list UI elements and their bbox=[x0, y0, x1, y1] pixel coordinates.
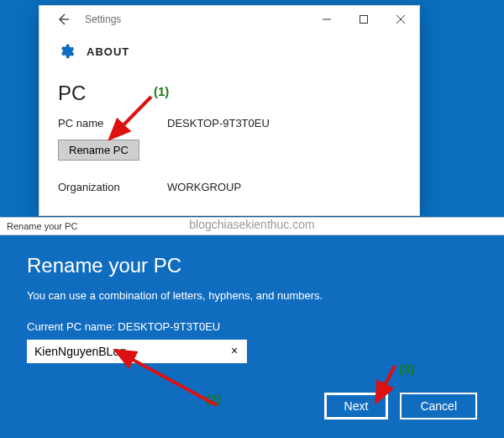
pc-name-label: PC name bbox=[58, 117, 167, 129]
rename-pc-dialog: Rename your PC You can use a combination… bbox=[0, 235, 504, 438]
current-pc-name-label: Current PC name: DESKTOP-9T3T0EU bbox=[27, 320, 477, 333]
close-button[interactable] bbox=[382, 6, 419, 33]
window-title: Settings bbox=[85, 13, 121, 25]
dialog-heading: Rename your PC bbox=[27, 254, 477, 277]
dialog-title-text: Rename your PC bbox=[7, 221, 77, 231]
dialog-footer: Next Cancel bbox=[324, 393, 477, 420]
minimize-button[interactable] bbox=[308, 6, 345, 33]
settings-window: Settings ABOUT PC PC name DESKTOP-9T3T0E… bbox=[39, 5, 420, 216]
pc-name-row: PC name DESKTOP-9T3T0EU bbox=[58, 117, 401, 129]
clear-input-icon[interactable]: × bbox=[225, 341, 244, 360]
organization-row: Organization WORKGROUP bbox=[58, 181, 401, 193]
window-titlebar: Settings bbox=[39, 6, 419, 33]
maximize-button[interactable] bbox=[345, 6, 382, 33]
organization-value: WORKGROUP bbox=[167, 181, 241, 193]
pc-name-input-wrapper: × bbox=[27, 340, 247, 363]
organization-label: Organization bbox=[58, 181, 167, 193]
dialog-titlebar: Rename your PC bbox=[0, 217, 504, 235]
svg-rect-0 bbox=[360, 16, 368, 24]
back-button[interactable] bbox=[45, 6, 81, 33]
cancel-button[interactable]: Cancel bbox=[400, 393, 477, 420]
pc-heading: PC bbox=[58, 82, 401, 105]
section-title: ABOUT bbox=[87, 45, 129, 58]
pc-name-value: DESKTOP-9T3T0EU bbox=[167, 117, 270, 129]
next-button[interactable]: Next bbox=[324, 393, 389, 420]
dialog-subtext: You can use a combination of letters, hy… bbox=[27, 289, 477, 302]
settings-content: PC PC name DESKTOP-9T3T0EU Rename PC Org… bbox=[39, 70, 419, 193]
pc-name-input[interactable] bbox=[27, 340, 247, 363]
rename-pc-button[interactable]: Rename PC bbox=[58, 140, 139, 161]
gear-icon bbox=[58, 43, 75, 60]
settings-header: ABOUT bbox=[39, 33, 419, 70]
